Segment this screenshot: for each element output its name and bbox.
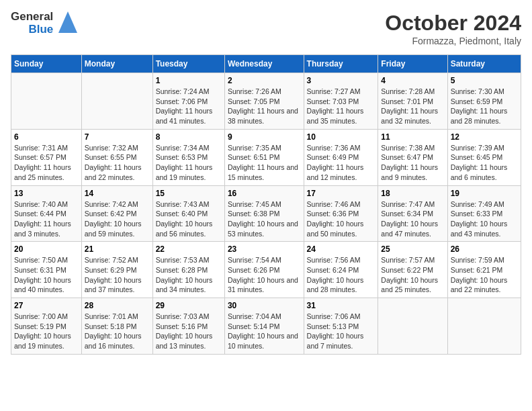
day-number: 31 xyxy=(307,301,375,310)
calendar-cell: 10Sunrise: 7:36 AM Sunset: 6:49 PM Dayli… xyxy=(304,129,378,185)
day-number: 4 xyxy=(381,76,444,85)
calendar-cell: 18Sunrise: 7:47 AM Sunset: 6:34 PM Dayli… xyxy=(378,185,447,242)
calendar-cell: 27Sunrise: 7:00 AM Sunset: 5:19 PM Dayli… xyxy=(11,298,82,355)
calendar-table: SundayMondayTuesdayWednesdayThursdayFrid… xyxy=(11,54,521,355)
day-info: Sunrise: 7:39 AM Sunset: 6:45 PM Dayligh… xyxy=(451,143,518,183)
logo-blue-text: Blue xyxy=(28,24,53,36)
day-number: 24 xyxy=(307,244,375,254)
calendar-cell: 9Sunrise: 7:35 AM Sunset: 6:51 PM Daylig… xyxy=(224,129,304,185)
day-number: 5 xyxy=(451,76,518,85)
calendar-cell xyxy=(81,73,152,130)
day-info: Sunrise: 7:01 AM Sunset: 5:18 PM Dayligh… xyxy=(85,312,150,351)
day-info: Sunrise: 7:26 AM Sunset: 7:05 PM Dayligh… xyxy=(228,87,301,126)
day-info: Sunrise: 7:43 AM Sunset: 6:40 PM Dayligh… xyxy=(156,199,222,239)
day-number: 11 xyxy=(381,132,444,142)
day-number: 14 xyxy=(85,189,150,198)
day-number: 23 xyxy=(228,244,301,254)
calendar-cell: 30Sunrise: 7:04 AM Sunset: 5:14 PM Dayli… xyxy=(224,298,304,355)
day-number: 17 xyxy=(307,189,375,198)
calendar-week-row: 13Sunrise: 7:40 AM Sunset: 6:44 PM Dayli… xyxy=(11,185,521,242)
day-info: Sunrise: 7:52 AM Sunset: 6:29 PM Dayligh… xyxy=(85,255,150,295)
calendar-cell: 3Sunrise: 7:27 AM Sunset: 7:03 PM Daylig… xyxy=(304,73,378,130)
calendar-cell: 22Sunrise: 7:53 AM Sunset: 6:28 PM Dayli… xyxy=(152,242,224,298)
day-info: Sunrise: 7:57 AM Sunset: 6:22 PM Dayligh… xyxy=(381,255,444,295)
calendar-cell: 15Sunrise: 7:43 AM Sunset: 6:40 PM Dayli… xyxy=(152,185,224,242)
day-info: Sunrise: 7:47 AM Sunset: 6:34 PM Dayligh… xyxy=(381,199,444,239)
calendar-cell: 12Sunrise: 7:39 AM Sunset: 6:45 PM Dayli… xyxy=(447,129,521,185)
day-number: 27 xyxy=(14,301,79,310)
calendar-cell: 23Sunrise: 7:54 AM Sunset: 6:26 PM Dayli… xyxy=(224,242,304,298)
day-info: Sunrise: 7:56 AM Sunset: 6:24 PM Dayligh… xyxy=(307,255,375,295)
day-number: 19 xyxy=(451,189,518,198)
day-number: 9 xyxy=(228,132,301,142)
day-info: Sunrise: 7:34 AM Sunset: 6:53 PM Dayligh… xyxy=(156,143,222,183)
day-info: Sunrise: 7:49 AM Sunset: 6:33 PM Dayligh… xyxy=(451,199,518,239)
day-info: Sunrise: 7:28 AM Sunset: 7:01 PM Dayligh… xyxy=(381,87,444,126)
day-info: Sunrise: 7:45 AM Sunset: 6:38 PM Dayligh… xyxy=(228,199,301,239)
day-info: Sunrise: 7:31 AM Sunset: 6:57 PM Dayligh… xyxy=(14,143,79,183)
calendar-cell: 4Sunrise: 7:28 AM Sunset: 7:01 PM Daylig… xyxy=(378,73,447,130)
calendar-cell: 2Sunrise: 7:26 AM Sunset: 7:05 PM Daylig… xyxy=(224,73,304,130)
calendar-week-row: 20Sunrise: 7:50 AM Sunset: 6:31 PM Dayli… xyxy=(11,242,521,298)
day-header-monday: Monday xyxy=(81,55,152,73)
calendar-cell: 6Sunrise: 7:31 AM Sunset: 6:57 PM Daylig… xyxy=(11,129,82,185)
day-number: 1 xyxy=(156,76,222,85)
day-number: 8 xyxy=(156,132,222,142)
day-number: 16 xyxy=(228,189,301,198)
calendar-cell: 19Sunrise: 7:49 AM Sunset: 6:33 PM Dayli… xyxy=(447,185,521,242)
svg-marker-0 xyxy=(58,11,77,33)
day-info: Sunrise: 7:03 AM Sunset: 5:16 PM Dayligh… xyxy=(156,312,222,351)
day-number: 29 xyxy=(156,301,222,310)
day-header-saturday: Saturday xyxy=(447,55,521,73)
calendar-header-row: SundayMondayTuesdayWednesdayThursdayFrid… xyxy=(11,55,521,73)
calendar-cell: 14Sunrise: 7:42 AM Sunset: 6:42 PM Dayli… xyxy=(81,185,152,242)
day-info: Sunrise: 7:59 AM Sunset: 6:21 PM Dayligh… xyxy=(451,255,518,295)
day-header-thursday: Thursday xyxy=(304,55,378,73)
day-number: 18 xyxy=(381,189,444,198)
day-info: Sunrise: 7:38 AM Sunset: 6:47 PM Dayligh… xyxy=(381,143,444,183)
day-info: Sunrise: 7:06 AM Sunset: 5:13 PM Dayligh… xyxy=(307,312,375,351)
day-number: 2 xyxy=(228,76,301,85)
calendar-cell: 11Sunrise: 7:38 AM Sunset: 6:47 PM Dayli… xyxy=(378,129,447,185)
calendar-week-row: 27Sunrise: 7:00 AM Sunset: 5:19 PM Dayli… xyxy=(11,298,521,355)
calendar-cell: 28Sunrise: 7:01 AM Sunset: 5:18 PM Dayli… xyxy=(81,298,152,355)
day-number: 25 xyxy=(381,244,444,254)
day-info: Sunrise: 7:36 AM Sunset: 6:49 PM Dayligh… xyxy=(307,143,375,183)
calendar-cell xyxy=(447,298,521,355)
calendar-cell: 21Sunrise: 7:52 AM Sunset: 6:29 PM Dayli… xyxy=(81,242,152,298)
day-info: Sunrise: 7:42 AM Sunset: 6:42 PM Dayligh… xyxy=(85,199,150,239)
calendar-cell: 8Sunrise: 7:34 AM Sunset: 6:53 PM Daylig… xyxy=(152,129,224,185)
calendar-cell: 7Sunrise: 7:32 AM Sunset: 6:55 PM Daylig… xyxy=(81,129,152,185)
day-info: Sunrise: 7:04 AM Sunset: 5:14 PM Dayligh… xyxy=(228,312,301,351)
day-number: 30 xyxy=(228,301,301,310)
calendar-body: 1Sunrise: 7:24 AM Sunset: 7:06 PM Daylig… xyxy=(11,73,521,355)
logo: General Blue xyxy=(11,11,77,36)
day-info: Sunrise: 7:46 AM Sunset: 6:36 PM Dayligh… xyxy=(307,199,375,239)
day-number: 10 xyxy=(307,132,375,142)
calendar-cell: 31Sunrise: 7:06 AM Sunset: 5:13 PM Dayli… xyxy=(304,298,378,355)
calendar-week-row: 1Sunrise: 7:24 AM Sunset: 7:06 PM Daylig… xyxy=(11,73,521,130)
calendar-cell: 26Sunrise: 7:59 AM Sunset: 6:21 PM Dayli… xyxy=(447,242,521,298)
page-header: General Blue October 2024 Formazza, Pied… xyxy=(11,11,521,46)
day-info: Sunrise: 7:54 AM Sunset: 6:26 PM Dayligh… xyxy=(228,255,301,295)
calendar-cell: 16Sunrise: 7:45 AM Sunset: 6:38 PM Dayli… xyxy=(224,185,304,242)
month-title: October 2024 xyxy=(385,11,521,36)
day-number: 6 xyxy=(14,132,79,142)
day-number: 20 xyxy=(14,244,79,254)
day-number: 28 xyxy=(85,301,150,310)
day-header-sunday: Sunday xyxy=(11,55,82,73)
calendar-cell: 24Sunrise: 7:56 AM Sunset: 6:24 PM Dayli… xyxy=(304,242,378,298)
calendar-cell: 20Sunrise: 7:50 AM Sunset: 6:31 PM Dayli… xyxy=(11,242,82,298)
title-block: October 2024 Formazza, Piedmont, Italy xyxy=(385,11,521,46)
logo-general-text: General xyxy=(11,11,53,24)
day-header-friday: Friday xyxy=(378,55,447,73)
day-number: 3 xyxy=(307,76,375,85)
logo-icon xyxy=(58,11,77,36)
location-subtitle: Formazza, Piedmont, Italy xyxy=(385,36,521,46)
day-info: Sunrise: 7:40 AM Sunset: 6:44 PM Dayligh… xyxy=(14,199,79,239)
day-info: Sunrise: 7:53 AM Sunset: 6:28 PM Dayligh… xyxy=(156,255,222,295)
day-number: 13 xyxy=(14,189,79,198)
day-info: Sunrise: 7:00 AM Sunset: 5:19 PM Dayligh… xyxy=(14,312,79,351)
calendar-cell xyxy=(11,73,82,130)
day-info: Sunrise: 7:32 AM Sunset: 6:55 PM Dayligh… xyxy=(85,143,150,183)
